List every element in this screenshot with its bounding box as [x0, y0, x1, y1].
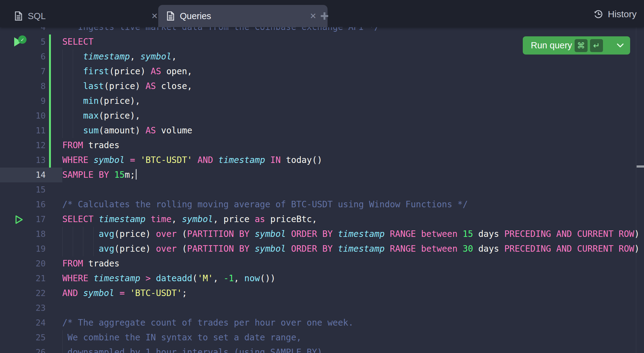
line-number: 22 — [0, 286, 46, 301]
code-line-8[interactable]: 8 last(price) AS close, — [0, 79, 644, 94]
code-line-25[interactable]: 25 We combine the IN syntax to set a dat… — [0, 330, 644, 345]
line-number: 11 — [0, 123, 46, 138]
code-line-24[interactable]: 24/* The aggregate count of trades per h… — [0, 315, 644, 330]
chevron-down-icon[interactable] — [617, 43, 624, 48]
line-number: 18 — [0, 227, 46, 241]
code-text: /* Calculates the rolling moving average… — [62, 197, 468, 212]
indent-guide — [62, 64, 63, 79]
code-line-21[interactable]: 21WHERE timestamp > dateadd('M', -1, now… — [0, 271, 644, 286]
line-number: 6 — [0, 49, 46, 64]
new-tab-button[interactable] — [317, 9, 332, 23]
code-text: SELECT timestamp time, symbol, price as … — [62, 212, 317, 227]
code-line-16[interactable]: 16/* Calculates the rolling moving avera… — [0, 197, 644, 212]
line-number: 23 — [0, 301, 46, 315]
line-number: 10 — [0, 108, 46, 123]
code-text: sum(amount) AS volume — [62, 123, 192, 138]
line-number: 14 — [0, 168, 46, 182]
code-line-22[interactable]: 22AND symbol = 'BTC-USDT'; — [0, 286, 644, 301]
tab-queries[interactable]: Queries ✕ — [158, 5, 328, 27]
code-text: WHERE timestamp > dateadd('M', -1, now()… — [62, 271, 275, 286]
indent-guide — [73, 49, 73, 64]
indent-guide — [62, 49, 63, 64]
code-line-15[interactable]: 15 — [0, 182, 644, 197]
code-text: FROM trades — [62, 138, 119, 153]
indent-guide — [62, 94, 63, 108]
indent-guide — [73, 241, 73, 256]
code-text: WHERE symbol = 'BTC-USDT' AND timestamp … — [62, 153, 322, 168]
tab-bar: SQL ✕ Queries ✕ History — [0, 0, 644, 27]
plus-icon — [320, 12, 328, 20]
indent-guide — [62, 345, 63, 353]
indent-guide — [73, 94, 73, 108]
code-text: avg(price) over (PARTITION BY symbol ORD… — [62, 241, 639, 256]
code-line-9[interactable]: 9 min(price), — [0, 94, 644, 108]
line-number: 5 — [0, 34, 46, 49]
indent-guide — [62, 123, 63, 138]
indent-guide — [62, 108, 63, 123]
indent-guide — [73, 64, 73, 79]
line-number: 24 — [0, 315, 46, 330]
code-line-14[interactable]: 14SAMPLE BY 15m; — [0, 168, 644, 182]
line-number: 7 — [0, 64, 46, 79]
code-line-12[interactable]: 12FROM trades — [0, 138, 644, 153]
code-text: downsampled by 1 hour intervals (using S… — [62, 345, 322, 353]
document-icon — [167, 11, 174, 21]
code-text: timestamp, symbol, — [62, 49, 177, 64]
code-line-7[interactable]: 7 first(price) AS open, — [0, 64, 644, 79]
indent-guide — [73, 108, 73, 123]
code-line-19[interactable]: 19 avg(price) over (PARTITION BY symbol … — [0, 241, 644, 256]
line-number: 16 — [0, 197, 46, 212]
line-number: 26 — [0, 345, 46, 353]
line-number: 19 — [0, 241, 46, 256]
history-button[interactable]: History — [593, 7, 637, 21]
code-text: max(price), — [62, 108, 140, 123]
code-text: We combine the IN syntax to set a date r… — [62, 330, 301, 345]
indent-guide — [73, 79, 73, 94]
indent-guide — [73, 227, 73, 241]
code-text: min(price), — [62, 94, 140, 108]
code-text: AND symbol = 'BTC-USDT'; — [62, 286, 187, 301]
run-query-label: Run query — [531, 40, 572, 51]
line-number: 9 — [0, 94, 46, 108]
line-number: 17 — [0, 212, 46, 227]
text-cursor — [136, 169, 137, 180]
indent-guide — [83, 227, 83, 241]
code-line-11[interactable]: 11 sum(amount) AS volume — [0, 123, 644, 138]
scrollbar-track[interactable] — [636, 0, 636, 353]
line-number: 25 — [0, 330, 46, 345]
indent-guide — [93, 241, 94, 256]
code-text: FROM trades — [62, 256, 119, 271]
indent-guide — [62, 241, 63, 256]
history-label: History — [608, 9, 637, 19]
tab-label: Queries — [180, 11, 211, 21]
run-query-button[interactable]: Run query ⌘ ↵ — [523, 36, 630, 55]
code-line-10[interactable]: 10 max(price), — [0, 108, 644, 123]
code-line-23[interactable]: 23 — [0, 301, 644, 315]
code-text: avg(price) over (PARTITION BY symbol ORD… — [62, 227, 639, 241]
code-line-17[interactable]: 17SELECT timestamp time, symbol, price a… — [0, 212, 644, 227]
tab-sql[interactable]: SQL ✕ — [9, 5, 167, 27]
indent-guide — [83, 241, 83, 256]
indent-guide — [62, 79, 63, 94]
code-line-26[interactable]: 26 downsampled by 1 hour intervals (usin… — [0, 345, 644, 353]
enter-key-badge: ↵ — [590, 39, 603, 52]
line-number: 20 — [0, 256, 46, 271]
indent-guide — [93, 227, 94, 241]
indent-guide — [62, 227, 63, 241]
code-line-18[interactable]: 18 avg(price) over (PARTITION BY symbol … — [0, 227, 644, 241]
code-line-13[interactable]: 13WHERE symbol = 'BTC-USDT' AND timestam… — [0, 153, 644, 168]
line-number: 13 — [0, 153, 46, 168]
line-number: 15 — [0, 182, 46, 197]
indent-guide — [73, 123, 73, 138]
scrollbar-thumb[interactable] — [637, 165, 644, 168]
indent-guide — [62, 330, 63, 345]
code-text: first(price) AS open, — [62, 64, 192, 79]
document-icon — [15, 11, 22, 21]
line-number: 8 — [0, 79, 46, 94]
history-icon — [593, 9, 604, 19]
code-line-20[interactable]: 20FROM trades — [0, 256, 644, 271]
line-number: 21 — [0, 271, 46, 286]
code-text: last(price) AS close, — [62, 79, 192, 94]
code-text: SAMPLE BY 15m; — [62, 168, 137, 182]
cmd-key-badge: ⌘ — [575, 39, 588, 52]
